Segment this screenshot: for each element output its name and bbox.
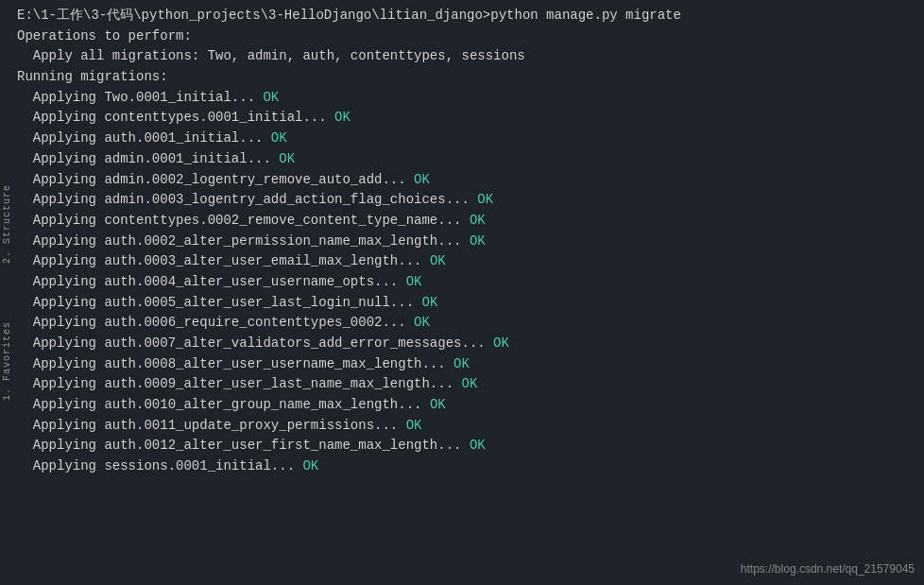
terminal-line: Applying contenttypes.0002_remove_conten… — [13, 211, 924, 232]
terminal-line: Applying auth.0002_alter_permission_name… — [13, 232, 924, 252]
terminal-line: Applying auth.0006_require_contenttypes_… — [13, 313, 924, 334]
terminal-line: Applying Two.0001_initial... OK — [13, 88, 924, 109]
terminal-line: Apply all migrations: Two, admin, auth, … — [13, 46, 924, 67]
prompt-line: E:\1-工作\3-代码\python_projects\3-HelloDjan… — [13, 6, 924, 26]
terminal-line: Applying auth.0010_alter_group_name_max_… — [13, 395, 924, 416]
terminal-line: Applying auth.0012_alter_user_first_name… — [13, 436, 924, 456]
terminal-line: Running migrations: — [13, 67, 924, 88]
watermark: https://blog.csdn.net/qq_21579045 — [741, 562, 915, 576]
terminal-window: 2. Structure 1. Favorites E:\1-工作\3-代码\p… — [0, 0, 924, 585]
terminal-line: Applying admin.0001_initial... OK — [13, 149, 924, 170]
terminal-line: Applying auth.0009_alter_user_last_name_… — [13, 374, 924, 395]
terminal-line: Operations to perform: — [13, 26, 924, 47]
terminal-line: Applying auth.0005_alter_user_last_login… — [13, 293, 924, 314]
terminal-line: Applying contenttypes.0001_initial... OK — [13, 108, 924, 129]
terminal-line: Applying auth.0003_alter_user_email_max_… — [13, 251, 924, 272]
terminal-output: Operations to perform: Apply all migrati… — [13, 26, 924, 477]
terminal-line: Applying auth.0004_alter_user_username_o… — [13, 272, 924, 293]
terminal-line: Applying admin.0002_logentry_remove_auto… — [13, 170, 924, 191]
terminal-line: Applying auth.0011_update_proxy_permissi… — [13, 416, 924, 437]
terminal-content: E:\1-工作\3-代码\python_projects\3-HelloDjan… — [13, 4, 924, 477]
terminal-line: Applying admin.0003_logentry_add_action_… — [13, 190, 924, 211]
side-tab-structure[interactable]: 2. Structure — [2, 184, 12, 264]
terminal-line: Applying sessions.0001_initial... OK — [13, 456, 924, 477]
terminal-line: Applying auth.0001_initial... OK — [13, 129, 924, 149]
terminal-line: Applying auth.0007_alter_validators_add_… — [13, 334, 924, 354]
terminal-line: Applying auth.0008_alter_user_username_m… — [13, 354, 924, 375]
side-tabs: 2. Structure 1. Favorites — [0, 0, 13, 585]
side-tab-favorites[interactable]: 1. Favorites — [2, 321, 12, 401]
